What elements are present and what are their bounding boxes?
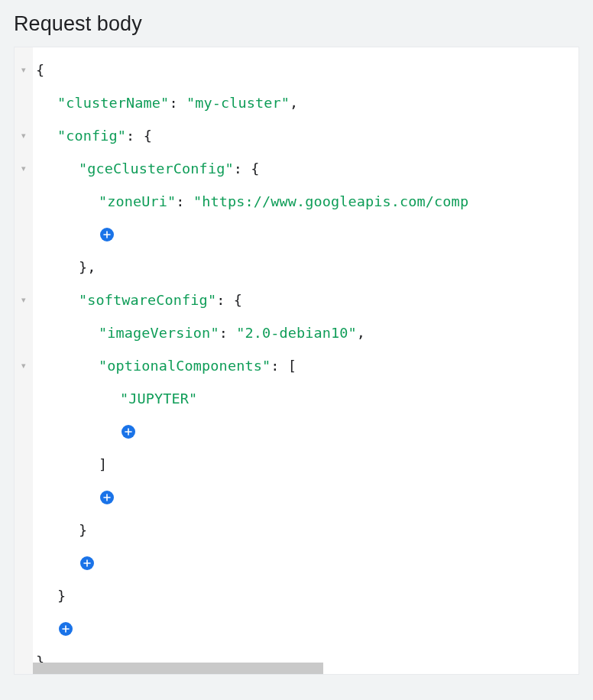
add-property-button[interactable] (100, 491, 114, 504)
add-property-row (36, 218, 578, 251)
code-area[interactable]: { "clusterName": "my-cluster", "config":… (33, 47, 578, 674)
code-line: { (36, 53, 578, 86)
fold-toggle[interactable]: ▾ (15, 119, 33, 152)
add-property-button[interactable] (100, 228, 114, 241)
add-property-button[interactable] (80, 556, 94, 570)
code-line: "gceClusterConfig": { (36, 152, 578, 185)
add-property-row (36, 546, 578, 579)
fold-toggle[interactable]: ▾ (15, 284, 33, 316)
fold-gutter: ▾ ▾ ▾ ▾ ▾ (15, 47, 33, 674)
code-line: } (36, 579, 578, 612)
code-line: "clusterName": "my-cluster", (36, 86, 578, 119)
fold-toggle[interactable]: ▾ (15, 349, 33, 382)
add-array-item-button[interactable] (122, 425, 135, 439)
json-editor: ▾ ▾ ▾ ▾ ▾ { "clusterName": "my-cluster",… (14, 47, 579, 675)
code-line: ] (36, 448, 578, 481)
horizontal-scrollbar[interactable] (33, 663, 578, 674)
scrollbar-thumb[interactable] (33, 663, 323, 674)
fold-toggle[interactable]: ▾ (15, 152, 33, 185)
code-line: "softwareConfig": { (36, 284, 578, 316)
add-property-row (36, 612, 578, 645)
add-item-row (36, 415, 578, 448)
code-line: "config": { (36, 119, 578, 152)
code-line: "JUPYTER" (36, 382, 578, 415)
add-property-button[interactable] (59, 622, 73, 636)
code-line: "optionalComponents": [ (36, 349, 578, 382)
page-title: Request body (14, 12, 579, 36)
code-line: "zoneUri": "https://www.googleapis.com/c… (36, 185, 578, 218)
add-property-row (36, 481, 578, 514)
code-line: } (36, 514, 578, 546)
fold-toggle[interactable]: ▾ (15, 53, 33, 86)
code-line: }, (36, 251, 578, 284)
code-line: "imageVersion": "2.0-debian10", (36, 316, 578, 349)
